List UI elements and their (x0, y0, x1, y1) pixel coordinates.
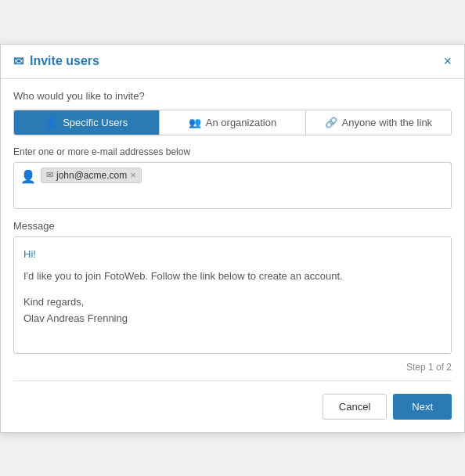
tab-specific-users-label: Specific Users (63, 117, 128, 128)
message-sender-name: Olav Andreas Frenning (23, 311, 442, 327)
footer-divider (13, 380, 452, 381)
footer-buttons: Cancel Next (13, 389, 452, 424)
close-button[interactable]: × (443, 54, 452, 68)
link-icon: 🔗 (325, 117, 337, 128)
people-icon: 👤 (20, 169, 36, 184)
org-icon: 👥 (189, 117, 201, 128)
dialog-body: Who would you like to invite? 👤 Specific… (1, 79, 464, 354)
invite-users-dialog: ✉ Invite users × Who would you like to i… (0, 44, 465, 433)
dialog-footer: Step 1 of 2 Cancel Next (1, 354, 464, 432)
user-icon: 👤 (45, 117, 58, 128)
email-input-area[interactable]: 👤 ✉ john@acme.com × (13, 162, 452, 209)
tab-an-organization[interactable]: 👥 An organization (160, 110, 305, 135)
next-button[interactable]: Next (393, 394, 452, 420)
message-body: I'd like you to join FotoWeb. Follow the… (23, 269, 442, 285)
message-label: Message (13, 220, 452, 232)
email-tag-text: john@acme.com (56, 170, 127, 181)
envelope-icon: ✉ (13, 54, 23, 69)
dialog-title: ✉ Invite users (13, 54, 99, 69)
message-textarea[interactable]: Hi! I'd like you to join FotoWeb. Follow… (13, 236, 452, 354)
message-greeting: Hi! (23, 247, 442, 263)
envelope-small-icon: ✉ (46, 170, 53, 180)
message-regards: Kind regards, Olav Andreas Frenning (23, 294, 442, 327)
message-regards-text: Kind regards, (23, 294, 442, 311)
email-tag: ✉ john@acme.com × (41, 168, 142, 183)
dialog-header: ✉ Invite users × (1, 45, 464, 79)
email-tags-container: ✉ john@acme.com × (41, 168, 445, 183)
cancel-button[interactable]: Cancel (323, 394, 387, 420)
tab-group: 👤 Specific Users 👥 An organization 🔗 Any… (13, 110, 452, 135)
tab-anyone-with-link[interactable]: 🔗 Anyone with the link (306, 110, 451, 135)
dialog-title-text: Invite users (30, 54, 99, 68)
tab-anyone-with-link-label: Anyone with the link (342, 117, 433, 128)
tab-an-organization-label: An organization (206, 117, 276, 128)
tab-specific-users[interactable]: 👤 Specific Users (14, 110, 160, 135)
email-section-label: Enter one or more e-mail addresses below (13, 146, 452, 157)
invite-question: Who would you like to invite? (13, 90, 452, 102)
email-tag-remove-button[interactable]: × (130, 170, 136, 180)
step-info: Step 1 of 2 (13, 362, 452, 373)
message-body-text: I'd like you to join FotoWeb. Follow the… (23, 270, 343, 282)
